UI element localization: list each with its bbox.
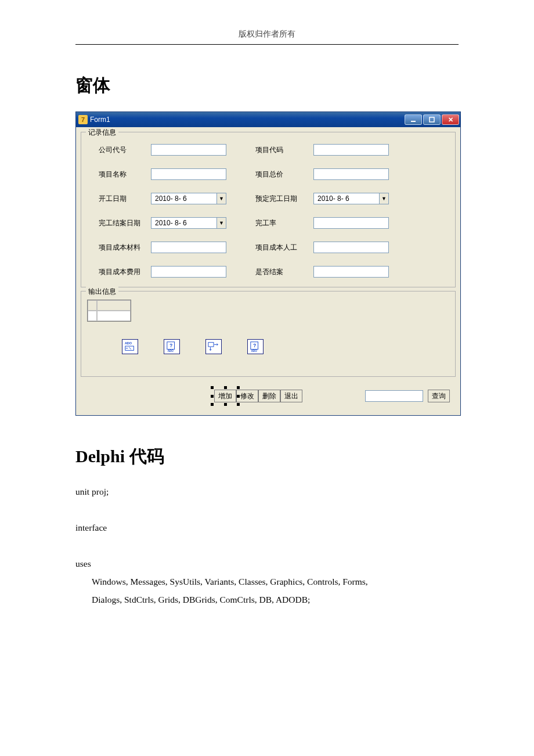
input-closed[interactable]: [313, 266, 389, 278]
datepicker-start-value: 2010- 8- 6: [155, 195, 187, 203]
label-company-code: 公司代号: [99, 145, 151, 155]
chevron-down-icon: ▼: [217, 218, 226, 228]
dbgrid[interactable]: [87, 300, 131, 322]
groupbox-output: 输出信息 ADO ?ADO: [81, 291, 456, 377]
input-finish-rate[interactable]: [313, 217, 389, 229]
edit-button[interactable]: 修改: [236, 390, 258, 402]
datepicker-start[interactable]: 2010- 8- 6 ▼: [151, 193, 226, 204]
input-cost-fee[interactable]: [151, 266, 226, 278]
datasource-icon[interactable]: [205, 339, 222, 354]
code-line: unit proj;: [75, 483, 459, 501]
design-surface: 增加 修改 删除 退出 查询: [81, 378, 456, 411]
minimize-button[interactable]: [405, 114, 422, 125]
svg-rect-7: [208, 343, 214, 347]
form-window: 7 Form1 ✕ 记录信息 公司代号 项目代码: [75, 111, 461, 416]
groupbox-record: 记录信息 公司代号 项目代码 项目名称 项目总价 开工日期: [81, 132, 456, 287]
maximize-button[interactable]: [423, 114, 441, 125]
label-planned-end: 预定完工日期: [255, 194, 313, 204]
exit-button[interactable]: 退出: [280, 390, 302, 402]
label-start-date: 开工日期: [99, 194, 151, 204]
label-project-code: 项目代码: [255, 145, 313, 155]
svg-rect-1: [430, 117, 434, 122]
ado-connection-icon[interactable]: ADO: [122, 339, 138, 354]
code-block: unit proj; interface uses Windows, Messa…: [75, 483, 459, 609]
ado-query-icon[interactable]: ?ADO: [164, 339, 180, 354]
svg-text:ADO: ADO: [251, 350, 258, 352]
query-button[interactable]: 查询: [428, 390, 450, 402]
input-project-name[interactable]: [151, 168, 226, 180]
datepicker-finish[interactable]: 2010- 8- 6 ▼: [151, 217, 226, 229]
add-button[interactable]: 增加: [214, 390, 236, 402]
section-title-form: 窗体: [75, 74, 459, 98]
svg-text:ADO: ADO: [168, 350, 174, 352]
input-cost-labor[interactable]: [313, 242, 389, 253]
ado-table-icon[interactable]: ?ADO: [247, 339, 264, 354]
label-project-name: 项目名称: [99, 170, 151, 179]
label-cost-fee: 项目成本费用: [99, 267, 151, 277]
label-project-total: 项目总价: [255, 170, 313, 179]
code-line: uses: [75, 555, 459, 573]
input-project-total[interactable]: [313, 168, 389, 180]
app-icon: 7: [78, 115, 88, 124]
datepicker-planned-end-value: 2010- 8- 6: [317, 195, 349, 203]
svg-text:ADO: ADO: [125, 341, 132, 345]
input-project-code[interactable]: [313, 144, 389, 156]
code-line: interface: [75, 519, 459, 537]
label-cost-material: 项目成本材料: [99, 243, 151, 253]
code-line: Dialogs, StdCtrls, Grids, DBGrids, ComCt…: [75, 591, 459, 609]
ado-components: ADO ?ADO ?ADO: [87, 322, 449, 374]
group-legend-record: 记录信息: [86, 128, 118, 138]
window-caption: Form1: [90, 116, 110, 124]
label-finish-rate: 完工率: [255, 218, 313, 228]
input-cost-material[interactable]: [151, 242, 226, 253]
label-finish-date: 完工结案日期: [99, 218, 151, 228]
chevron-down-icon: ▼: [217, 193, 226, 204]
chevron-down-icon: ▼: [379, 193, 388, 204]
svg-rect-0: [411, 121, 416, 122]
svg-text:?: ?: [169, 343, 172, 348]
close-button[interactable]: ✕: [442, 114, 459, 125]
label-closed: 是否结案: [255, 267, 313, 277]
datepicker-finish-value: 2010- 8- 6: [155, 219, 187, 227]
group-legend-output: 输出信息: [86, 287, 118, 297]
query-input[interactable]: [365, 390, 423, 402]
section-title-code: Delphi 代码: [75, 445, 459, 469]
code-line: Windows, Messages, SysUtils, Variants, C…: [75, 573, 459, 591]
delete-button[interactable]: 删除: [258, 390, 280, 402]
label-cost-labor: 项目成本人工: [255, 243, 313, 253]
header-rule: [75, 44, 459, 45]
svg-text:?: ?: [253, 343, 256, 348]
titlebar: 7 Form1 ✕: [76, 112, 460, 127]
input-company-code[interactable]: [151, 144, 226, 156]
datepicker-planned-end[interactable]: 2010- 8- 6 ▼: [313, 193, 389, 204]
page-header: 版权归作者所有: [0, 29, 534, 44]
